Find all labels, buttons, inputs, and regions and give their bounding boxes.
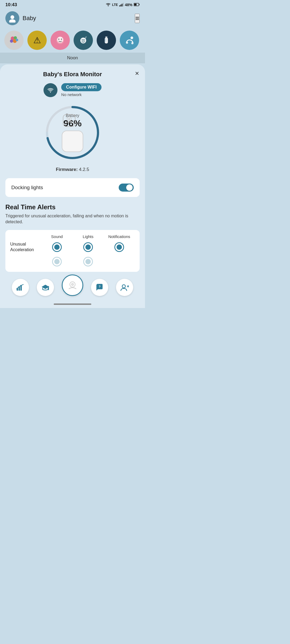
real-time-alerts-section: Real Time Alerts Triggered for unusual a… bbox=[5, 203, 140, 272]
svg-text:z: z bbox=[86, 36, 87, 38]
svg-text:?: ? bbox=[99, 285, 100, 288]
status-bar: 10:43 LTE 48% bbox=[0, 0, 145, 9]
firmware-row: Firmware: 4.2.5 bbox=[5, 167, 140, 172]
device-modal: × Baby's Elora Monitor Configure WIFI No… bbox=[0, 64, 145, 301]
col-sound: Sound bbox=[41, 234, 73, 239]
battery-display: Battery 96% bbox=[5, 103, 140, 162]
alerts-table: Sound Lights Notifications UnusualAccele… bbox=[5, 230, 140, 272]
category-row: ⚠ z z bbox=[0, 28, 145, 53]
svg-rect-32 bbox=[63, 115, 75, 127]
svg-point-17 bbox=[61, 39, 62, 40]
user-avatar[interactable] bbox=[5, 11, 19, 25]
docking-lights-row: Docking lights bbox=[5, 178, 140, 197]
signal-bars-icon bbox=[119, 3, 124, 7]
alerts-header: Sound Lights Notifications bbox=[10, 234, 135, 239]
nav-learn-button[interactable] bbox=[37, 279, 54, 296]
wifi-info: Configure WIFI No network bbox=[61, 83, 102, 97]
battery-icon bbox=[134, 3, 140, 7]
col-lights: Lights bbox=[73, 234, 104, 239]
svg-point-7 bbox=[10, 15, 14, 19]
docking-lights-label: Docking lights bbox=[11, 185, 43, 191]
home-bar bbox=[54, 303, 91, 305]
nav-chat-button[interactable]: ? bbox=[91, 279, 108, 296]
svg-rect-0 bbox=[119, 5, 120, 6]
status-time: 10:43 bbox=[5, 2, 17, 8]
svg-point-26 bbox=[130, 36, 133, 39]
lte-text: LTE bbox=[112, 3, 118, 7]
home-indicator bbox=[0, 301, 145, 308]
modal-close-button[interactable]: × bbox=[135, 69, 139, 78]
svg-rect-23 bbox=[105, 36, 107, 38]
docking-lights-toggle[interactable] bbox=[119, 184, 134, 192]
category-icon-sleeping[interactable]: z z bbox=[74, 31, 93, 50]
unusual-lights-radio[interactable] bbox=[83, 242, 93, 252]
rta-description: Triggered for unusual acceleration, fall… bbox=[5, 213, 140, 225]
category-icon-multicolor[interactable] bbox=[4, 31, 24, 50]
svg-rect-1 bbox=[120, 5, 121, 6]
svg-rect-3 bbox=[123, 3, 124, 6]
battery-percent: 48% bbox=[125, 3, 132, 7]
nav-monitor-button[interactable] bbox=[62, 275, 83, 296]
svg-rect-5 bbox=[139, 4, 140, 5]
svg-point-11 bbox=[10, 39, 13, 43]
svg-point-28 bbox=[131, 42, 133, 44]
svg-point-34 bbox=[68, 118, 70, 120]
header-left: Baby bbox=[5, 11, 36, 25]
unusual-sound-radio[interactable] bbox=[52, 242, 62, 252]
svg-point-8 bbox=[9, 19, 16, 23]
wifi-row: Configure WIFI No network bbox=[5, 83, 140, 97]
wifi-signal-icon bbox=[106, 3, 111, 7]
next-sound-radio[interactable] bbox=[52, 257, 62, 266]
wifi-icon bbox=[44, 83, 57, 97]
status-icons: LTE 48% bbox=[106, 3, 140, 7]
firmware-label: Firmware: bbox=[56, 167, 78, 172]
menu-button[interactable]: ≡ bbox=[135, 14, 140, 23]
category-icon-bottle[interactable] bbox=[97, 31, 116, 50]
app-header: Baby ≡ bbox=[0, 9, 145, 28]
user-name: Baby bbox=[23, 15, 36, 22]
battery-ring: Battery 96% bbox=[43, 103, 102, 162]
nav-stats-button[interactable] bbox=[12, 279, 29, 296]
rta-title: Real Time Alerts bbox=[5, 203, 140, 211]
configure-wifi-button[interactable]: Configure WIFI bbox=[61, 83, 102, 91]
next-lights-radio[interactable] bbox=[83, 257, 93, 266]
firmware-version: 4.2.5 bbox=[79, 167, 89, 172]
svg-point-41 bbox=[72, 284, 73, 285]
svg-rect-25 bbox=[105, 39, 106, 42]
svg-point-16 bbox=[58, 39, 59, 40]
bottom-nav: ? bbox=[5, 275, 140, 301]
svg-point-13 bbox=[16, 39, 18, 41]
col-notifications: Notifications bbox=[104, 234, 135, 239]
device-icon bbox=[62, 131, 83, 152]
modal-title: Baby's Elora Monitor bbox=[5, 71, 140, 78]
svg-rect-2 bbox=[122, 4, 122, 6]
table-row: UnusualAcceleration bbox=[10, 241, 135, 255]
network-status: No network bbox=[61, 92, 82, 97]
toggle-slider bbox=[119, 184, 134, 192]
category-icon-crawling[interactable] bbox=[120, 31, 139, 50]
time-label: Noon bbox=[0, 53, 145, 63]
svg-rect-6 bbox=[134, 3, 137, 5]
category-icon-warning[interactable]: ⚠ bbox=[27, 31, 47, 50]
svg-point-27 bbox=[126, 42, 128, 44]
nav-add-user-button[interactable] bbox=[116, 279, 133, 296]
alert-unusual-label: UnusualAcceleration bbox=[10, 241, 41, 253]
unusual-notifications-radio[interactable] bbox=[114, 242, 124, 252]
table-row bbox=[10, 255, 135, 269]
category-icon-baby-face[interactable] bbox=[50, 31, 70, 50]
svg-point-43 bbox=[122, 285, 125, 288]
